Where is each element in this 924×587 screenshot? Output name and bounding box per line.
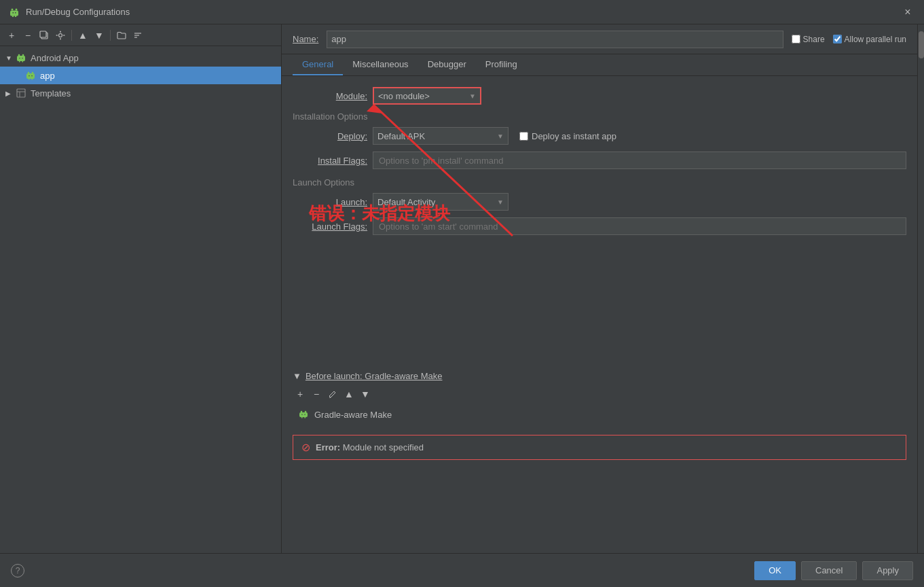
svg-point-17 xyxy=(18,54,20,56)
svg-point-37 xyxy=(301,411,303,413)
allow-parallel-label[interactable]: Allow parallel run xyxy=(833,35,906,44)
tree-app-item[interactable]: app xyxy=(0,67,281,84)
share-label[interactable]: Share xyxy=(792,35,825,44)
module-select[interactable]: <no module> ▼ xyxy=(373,87,481,105)
svg-rect-27 xyxy=(29,79,30,80)
svg-rect-10 xyxy=(60,31,61,33)
folder-button[interactable] xyxy=(114,28,129,43)
launch-select[interactable]: Default Activity ▼ xyxy=(373,193,509,211)
move-down-button[interactable]: ▼ xyxy=(92,28,107,43)
svg-rect-11 xyxy=(60,38,61,40)
svg-rect-4 xyxy=(15,16,16,17)
add-config-button[interactable]: + xyxy=(4,28,19,43)
scrollbar-thumb xyxy=(919,31,924,58)
separator-1 xyxy=(71,30,72,41)
svg-rect-22 xyxy=(19,58,20,58)
tab-profiling[interactable]: Profiling xyxy=(476,54,527,75)
expand-arrow: ▼ xyxy=(5,54,15,62)
cancel-button[interactable]: Cancel xyxy=(801,561,857,580)
android-app-icon xyxy=(15,52,27,64)
deploy-row: Deploy: Default APK ▼ Deploy as instant … xyxy=(293,127,906,145)
dialog-title: Run/Debug Configurations xyxy=(26,7,900,17)
launch-select-arrow: ▼ xyxy=(497,198,504,206)
svg-rect-8 xyxy=(40,31,46,37)
deploy-select-arrow: ▼ xyxy=(497,132,504,140)
before-launch-remove-button[interactable]: − xyxy=(309,387,324,402)
before-launch-item: Gradle-aware Make xyxy=(293,406,906,424)
before-launch-down-button[interactable]: ▼ xyxy=(358,387,373,402)
ok-button[interactable]: OK xyxy=(754,561,796,580)
launch-row: Launch: Default Activity ▼ xyxy=(293,193,906,211)
svg-rect-42 xyxy=(301,414,302,415)
svg-rect-19 xyxy=(17,56,25,61)
svg-line-34 xyxy=(373,105,513,236)
gradle-make-label: Gradle-aware Make xyxy=(314,410,392,420)
before-launch-add-button[interactable]: + xyxy=(293,387,308,402)
before-launch-edit-button[interactable] xyxy=(325,387,340,402)
help-button[interactable]: ? xyxy=(11,564,24,577)
svg-rect-29 xyxy=(29,75,29,76)
svg-point-9 xyxy=(59,33,62,37)
tree-android-app[interactable]: ▼ Android App xyxy=(0,49,281,67)
deploy-label: Deploy: xyxy=(293,131,367,141)
launch-flags-label: Launch Flags: xyxy=(293,221,367,232)
svg-rect-43 xyxy=(304,414,305,415)
svg-rect-23 xyxy=(22,58,22,58)
name-label: Name: xyxy=(293,34,318,44)
svg-rect-5 xyxy=(13,12,14,14)
svg-rect-2 xyxy=(10,10,18,16)
before-launch-label: Before launch: Gradle-aware Make xyxy=(306,371,443,381)
sort-button[interactable] xyxy=(130,28,145,43)
svg-rect-31 xyxy=(17,89,25,97)
module-row: Module: <no module> ▼ xyxy=(293,87,906,105)
before-launch-toolbar: + − ▲ ▼ xyxy=(293,387,906,402)
apply-button[interactable]: Apply xyxy=(862,561,913,580)
close-button[interactable]: × xyxy=(900,4,916,20)
deploy-instant-label[interactable]: Deploy as instant app xyxy=(519,131,616,141)
share-area: Share xyxy=(792,35,825,44)
before-launch-arrow: ▼ xyxy=(293,371,301,381)
launch-flags-row: Launch Flags: xyxy=(293,217,906,235)
templates-label: Templates xyxy=(31,88,71,99)
move-up-button[interactable]: ▲ xyxy=(75,28,90,43)
svg-rect-26 xyxy=(26,73,35,79)
tabs-bar: General Miscellaneous Debugger Profiling xyxy=(282,54,917,76)
before-launch-section: ▼ Before launch: Gradle-aware Make + − ▲… xyxy=(293,371,906,424)
installation-options-label: Installation Options xyxy=(293,111,906,122)
module-dropdown-area: <no module> ▼ xyxy=(373,87,481,105)
settings-config-button[interactable] xyxy=(53,28,68,43)
title-bar: Run/Debug Configurations × xyxy=(0,0,924,24)
tree-templates[interactable]: ▶ Templates xyxy=(0,84,281,102)
right-scrollbar[interactable] xyxy=(917,24,924,553)
app-icon xyxy=(24,69,37,82)
bottom-bar: ? OK Cancel Apply xyxy=(0,553,924,587)
gradle-icon xyxy=(298,408,309,421)
deploy-instant-checkbox[interactable] xyxy=(519,132,528,141)
tab-debugger[interactable]: Debugger xyxy=(418,54,476,75)
svg-rect-30 xyxy=(31,75,32,76)
svg-point-24 xyxy=(28,72,30,74)
allow-parallel-checkbox[interactable] xyxy=(833,35,842,43)
share-checkbox[interactable] xyxy=(792,35,800,43)
install-flags-input[interactable] xyxy=(373,152,906,169)
svg-rect-3 xyxy=(12,16,14,17)
svg-rect-12 xyxy=(56,35,58,36)
copy-config-button[interactable] xyxy=(37,28,52,43)
android-app-label: Android App xyxy=(31,53,79,63)
right-panel: Name: Share Allow parallel run General xyxy=(282,24,917,553)
tab-general[interactable]: General xyxy=(293,54,343,75)
deploy-select[interactable]: Default APK ▼ xyxy=(373,127,509,145)
svg-rect-13 xyxy=(63,35,65,36)
left-panel: + − ▲ ▼ xyxy=(0,24,282,553)
remove-config-button[interactable]: − xyxy=(20,28,35,43)
svg-point-38 xyxy=(305,411,307,413)
launch-flags-input[interactable] xyxy=(373,217,906,235)
module-label: Module: xyxy=(293,91,367,101)
name-input[interactable] xyxy=(327,31,783,48)
svg-rect-6 xyxy=(15,12,16,14)
svg-rect-39 xyxy=(299,412,308,417)
before-launch-up-button[interactable]: ▲ xyxy=(341,387,356,402)
error-text: Error: Module not specified xyxy=(316,442,424,452)
tab-miscellaneous[interactable]: Miscellaneous xyxy=(343,54,418,75)
app-label: app xyxy=(40,71,55,81)
